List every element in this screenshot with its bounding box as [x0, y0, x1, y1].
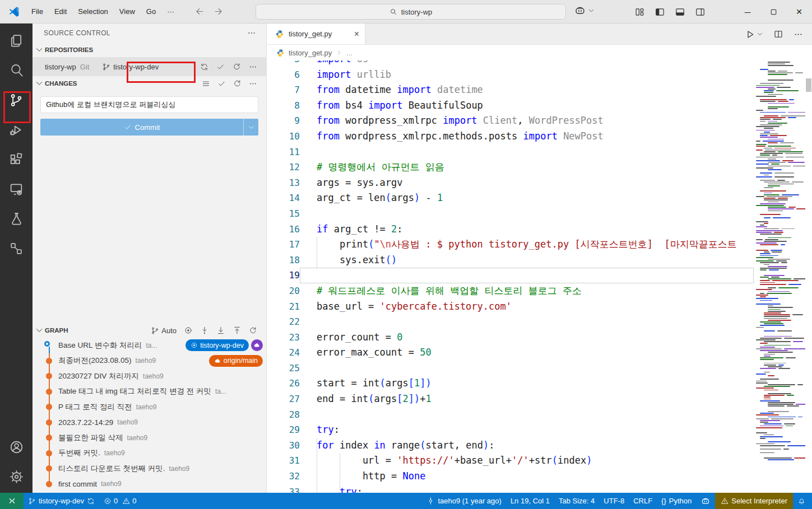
commit-dropdown[interactable]	[243, 119, 258, 136]
line-number[interactable]: 12	[267, 160, 300, 175]
line-number[interactable]: 11	[267, 144, 300, 160]
toggle-panel-icon[interactable]	[675, 7, 685, 17]
menu-view[interactable]: View	[114, 4, 141, 20]
line-number[interactable]: 19	[267, 268, 300, 283]
commit-message-input[interactable]: Github에 로컬 브랜치명으로 퍼블리싱싱	[40, 96, 258, 113]
code-line[interactable]: 25	[267, 361, 754, 376]
settings-gear-icon[interactable]	[0, 462, 33, 492]
line-number[interactable]: 29	[267, 422, 300, 438]
more-actions-icon[interactable]	[794, 30, 803, 39]
changes-header[interactable]: CHANGES	[33, 76, 266, 91]
refresh-icon[interactable]	[249, 326, 257, 335]
remote-badge[interactable]: origin/main	[209, 355, 263, 367]
line-number[interactable]: 17	[267, 237, 300, 253]
code-line[interactable]: 6import urllib	[267, 67, 754, 83]
fetch-icon[interactable]	[200, 326, 209, 335]
graph-auto-toggle[interactable]: Auto	[151, 326, 177, 335]
line-number[interactable]: 13	[267, 175, 300, 191]
more-actions-icon[interactable]	[249, 63, 257, 71]
menu-go[interactable]: Go	[141, 4, 161, 20]
line-number[interactable]: 10	[267, 129, 300, 144]
extensions-icon[interactable]	[0, 144, 33, 174]
code-line[interactable]: 21base_url = 'cybercafe.tistory.com'	[267, 299, 754, 315]
checkout-branch-button[interactable]: tistory-wp-dev	[102, 63, 159, 71]
code-line[interactable]: 23error_count = 0	[267, 330, 754, 345]
cursor-position[interactable]: Ln 19, Col 1	[506, 493, 554, 509]
scrollbar-thumb[interactable]	[806, 78, 811, 92]
minimap[interactable]	[755, 60, 805, 493]
close-button[interactable]: ×	[786, 0, 812, 24]
code-line[interactable]: 11	[267, 144, 754, 160]
line-number[interactable]: 26	[267, 376, 300, 391]
code-line[interactable]: 10from wordpress_xmlrpc.methods.posts im…	[267, 129, 754, 144]
copilot-menu[interactable]	[574, 4, 595, 17]
code-line[interactable]: 7from datetime import datetime	[267, 82, 754, 98]
view-as-list-icon[interactable]	[202, 80, 210, 88]
line-number[interactable]: 31	[267, 453, 300, 469]
line-number[interactable]: 21	[267, 299, 300, 315]
commit-row[interactable]: Table 태그 내 img 태그 처리로직 변경 전 커밋ta...	[33, 384, 266, 400]
remote-indicator[interactable]	[0, 493, 24, 509]
commit-row[interactable]: 최종버전(2023.08.05)taeho9origin/main	[33, 353, 266, 369]
select-interpreter[interactable]: Select Interpreter	[715, 493, 793, 509]
code-line[interactable]: 27end = int(args[2])+1	[267, 391, 754, 407]
commit-row[interactable]: P 태그 로직 정리 직전taeho9	[33, 399, 266, 415]
sync-icon[interactable]	[200, 63, 208, 71]
code-line[interactable]: 5import os	[267, 60, 754, 67]
code-line[interactable]: 15	[267, 206, 754, 222]
line-number[interactable]: 32	[267, 469, 300, 484]
maximize-button[interactable]	[760, 0, 786, 24]
line-number[interactable]: 27	[267, 391, 300, 407]
commit-check-icon[interactable]	[216, 63, 225, 71]
code-line[interactable]: 26start = int(args[1])	[267, 376, 754, 391]
line-number[interactable]: 20	[267, 283, 300, 299]
problems-indicator[interactable]: 0 0	[99, 493, 141, 509]
encoding[interactable]: UTF-8	[599, 493, 629, 509]
code-line[interactable]: 19	[267, 268, 754, 283]
more-actions-icon[interactable]	[247, 29, 256, 38]
code-line[interactable]: 16if arg_ct != 2:	[267, 222, 754, 237]
tab-tistory-get[interactable]: tistory_get.py ×	[267, 24, 365, 44]
linked-nodes-icon[interactable]	[0, 234, 33, 263]
branch-badge[interactable]: tistory-wp-dev	[185, 339, 249, 351]
commit-button-main[interactable]: Commit	[40, 119, 243, 136]
commit-button[interactable]: Commit	[40, 119, 258, 136]
chevron-down-icon[interactable]	[757, 31, 763, 38]
line-number[interactable]: 7	[267, 82, 300, 98]
breadcrumb[interactable]: tistory_get.py ...	[267, 45, 812, 60]
statusbar-branch[interactable]: tistory-wp-dev	[24, 493, 99, 509]
commit-check-icon[interactable]	[217, 80, 226, 88]
refresh-icon[interactable]	[233, 63, 241, 71]
tab-size[interactable]: Tab Size: 4	[554, 493, 599, 509]
command-center-search[interactable]: tistory-wp	[256, 4, 566, 20]
blame-info[interactable]: taeho9 (1 year ago)	[422, 493, 505, 509]
code-line[interactable]: 32 http = None	[267, 469, 754, 484]
breadcrumb-more[interactable]: ...	[346, 49, 352, 57]
remote-explorer-icon[interactable]	[0, 174, 33, 204]
code-line[interactable]: 22	[267, 314, 754, 330]
minimize-button[interactable]: ─	[735, 0, 760, 24]
commit-row[interactable]: 2023.7.22-14:29taeho9	[33, 415, 266, 431]
line-number[interactable]: 28	[267, 407, 300, 423]
menu-file[interactable]: File	[26, 4, 49, 20]
customize-layout-icon[interactable]	[634, 7, 645, 17]
line-number[interactable]: 8	[267, 98, 300, 114]
code-line[interactable]: 28	[267, 407, 754, 423]
commit-row[interactable]: first committaeho9	[33, 477, 266, 492]
language-mode[interactable]: {} Python	[657, 493, 696, 509]
run-debug-icon[interactable]	[0, 115, 33, 144]
notifications[interactable]	[793, 493, 812, 509]
more-actions-icon[interactable]	[249, 80, 257, 88]
back-icon[interactable]	[194, 6, 205, 17]
line-number[interactable]: 23	[267, 330, 300, 345]
line-number[interactable]: 14	[267, 190, 300, 206]
pull-icon[interactable]	[216, 326, 225, 335]
code-line[interactable]: 20# 워드프레스로 이사를 위해 백업할 티스토리 블로그 주소	[267, 283, 754, 299]
line-number[interactable]: 16	[267, 222, 300, 237]
cloud-badge[interactable]	[251, 339, 263, 351]
code-line[interactable]: 14arg_ct = len(args) - 1	[267, 190, 754, 206]
menu-more[interactable]: ···	[161, 4, 180, 20]
copilot-status[interactable]	[696, 493, 715, 509]
line-number[interactable]: 15	[267, 206, 300, 222]
commit-row[interactable]: Base URL 변수화 처리리ta...tistory-wp-dev	[33, 338, 266, 353]
